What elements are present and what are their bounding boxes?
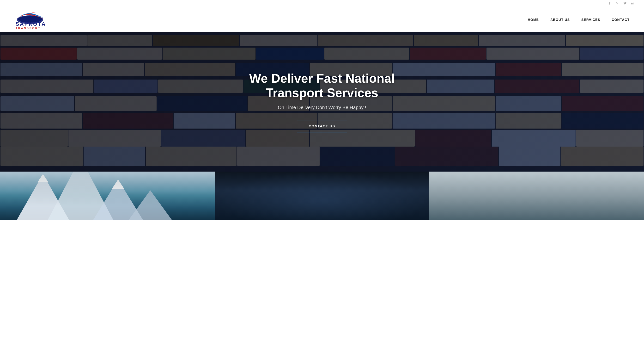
cards-section [0,172,644,220]
nav-services[interactable]: SERVICES [581,18,600,22]
svg-point-0 [631,2,632,2]
main-nav: HOME ABOUT US SERVICES CONTACT [528,18,630,22]
hero-section: We Deliver Fast National Transport Servi… [0,32,644,172]
twitter-link[interactable] [623,2,627,6]
svg-rect-10 [0,172,215,206]
nav-contact[interactable]: CONTACT [612,18,630,22]
logo-tagline: TRANSPORT [16,27,46,30]
mountain-svg [0,172,215,220]
header: SAPKOTA TRANSPORT HOME ABOUT US SERVICES… [0,7,644,32]
logo[interactable]: SAPKOTA TRANSPORT [14,10,46,30]
hero-subtitle: On Time Delivery Don't Worry Be Happy ! [219,105,425,110]
facebook-link[interactable] [608,2,611,6]
nav-home[interactable]: HOME [528,18,539,22]
card-1[interactable] [0,172,215,220]
google-plus-link[interactable] [616,2,619,6]
social-bar [0,0,644,7]
hero-title: We Deliver Fast National Transport Servi… [219,71,425,100]
contact-us-button[interactable]: CONTACT US [297,120,348,132]
card-3[interactable] [429,172,644,220]
card-2[interactable] [215,172,429,220]
nav-about[interactable]: ABOUT US [550,18,570,22]
hero-content: We Deliver Fast National Transport Servi… [214,71,430,133]
linkedin-link[interactable] [631,2,634,6]
logo-name: SAPKOTA [16,21,46,27]
